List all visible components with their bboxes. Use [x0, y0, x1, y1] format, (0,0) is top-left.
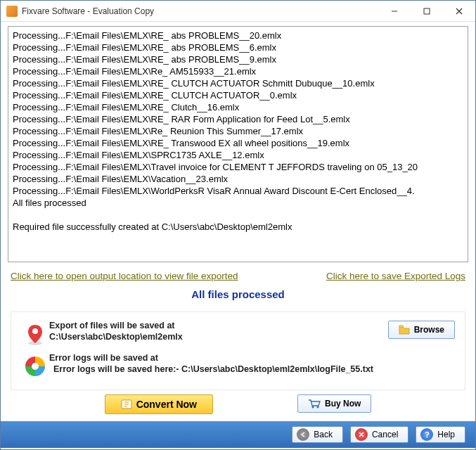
help-icon: ?: [420, 428, 433, 441]
svg-point-6: [32, 363, 39, 370]
folder-icon: [399, 325, 410, 335]
log-line: [13, 209, 463, 221]
log-line: Processing...F:\Email Files\EMLX\RE_ abs…: [13, 53, 463, 65]
minimize-button[interactable]: [378, 1, 411, 22]
export-row: Export of files will be saved at C:\User…: [21, 321, 455, 346]
action-row: Convert Now Buy Now: [11, 390, 465, 421]
close-button[interactable]: [443, 1, 475, 22]
svg-rect-1: [424, 8, 430, 14]
cancel-button[interactable]: Cancel: [350, 426, 409, 443]
log-line: Required file successfully created at C:…: [13, 221, 463, 233]
settings-panel: Export of files will be saved at C:\User…: [11, 311, 465, 390]
app-icon: [6, 6, 18, 17]
footer-bar: Back Cancel ? Help: [1, 421, 475, 448]
log-line: Processing...F:\Email Files\EMLX\RE_ abs…: [13, 30, 463, 41]
buy-now-button[interactable]: Buy Now: [297, 394, 371, 413]
links-row: Click here to open output location to vi…: [8, 262, 468, 285]
help-label: Help: [437, 430, 455, 439]
errorlog-row: Error logs will be saved at Error logs w…: [21, 353, 455, 377]
log-line: Processing...F:\Email Files\EMLX\WorldPe…: [13, 185, 463, 197]
log-line: Processing...F:\Email Files\EMLX\Re_ Reu…: [13, 125, 463, 137]
export-heading: Export of files will be saved at: [49, 321, 378, 330]
svg-point-8: [312, 406, 314, 409]
maximize-button[interactable]: [411, 1, 443, 22]
log-line: Processing...F:\Email Files\EMLX\Travel …: [13, 161, 463, 173]
log-line: All files processed: [13, 197, 463, 209]
log-line: Processing...F:\Email Files\EMLX\SPRC173…: [13, 149, 463, 161]
svg-point-5: [32, 328, 38, 334]
back-label: Back: [314, 430, 333, 439]
svg-point-9: [317, 406, 319, 409]
log-line: Processing...F:\Email Files\EMLX\Vacatio…: [13, 173, 463, 185]
save-logs-link[interactable]: Click here to save Exported Logs: [326, 271, 465, 281]
browse-label: Browse: [414, 325, 444, 335]
log-line: Processing...F:\Email Files\EMLX\RE_ CLU…: [13, 77, 463, 89]
errorlog-heading: Error logs will be saved at: [49, 353, 455, 363]
log-line: Processing...F:\Email Files\EMLX\RE_ abs…: [13, 41, 463, 53]
cancel-label: Cancel: [372, 430, 398, 439]
status-processed: All files processed: [8, 285, 468, 311]
export-path: C:\Users\abc\Desktop\eml2emlx: [49, 332, 378, 342]
cart-icon: [308, 399, 321, 409]
log-line: Processing...F:\Email Files\EMLX\RE_ Tra…: [13, 137, 463, 149]
help-button[interactable]: ? Help: [416, 426, 465, 443]
convert-now-button[interactable]: Convert Now: [105, 394, 213, 414]
buy-label: Buy Now: [325, 399, 361, 409]
maximize-icon: [423, 8, 430, 15]
back-icon: [297, 428, 309, 441]
processing-log[interactable]: Processing...F:\Email Files\EMLX\RE_ abs…: [8, 26, 468, 262]
back-button[interactable]: Back: [292, 426, 343, 443]
log-line: Processing...F:\Email Files\EMLX\RE_ CLU…: [13, 89, 463, 101]
log-line: Processing...F:\Email Files\EMLX\RE_ RAR…: [13, 113, 463, 125]
browse-button[interactable]: Browse: [388, 321, 455, 339]
titlebar: Fixvare Software - Evaluation Copy: [1, 1, 475, 22]
log-line: Processing...F:\Email Files\EMLX\Re_ AM5…: [13, 65, 463, 77]
location-pin-icon: [25, 323, 45, 346]
errorlog-detail: Error logs will be saved here:- C:\Users…: [49, 364, 455, 374]
minimize-icon: [391, 8, 398, 15]
cancel-icon: [355, 428, 368, 441]
convert-icon: [121, 399, 132, 409]
close-icon: [456, 8, 463, 15]
convert-label: Convert Now: [136, 399, 197, 410]
open-output-link[interactable]: Click here to open output location to vi…: [11, 271, 238, 281]
window-controls: [378, 1, 475, 22]
pie-chart-icon: [25, 356, 46, 377]
window-title: Fixvare Software - Evaluation Copy: [22, 6, 378, 16]
log-line: Processing...F:\Email Files\EMLX\RE_ Clu…: [13, 101, 463, 113]
